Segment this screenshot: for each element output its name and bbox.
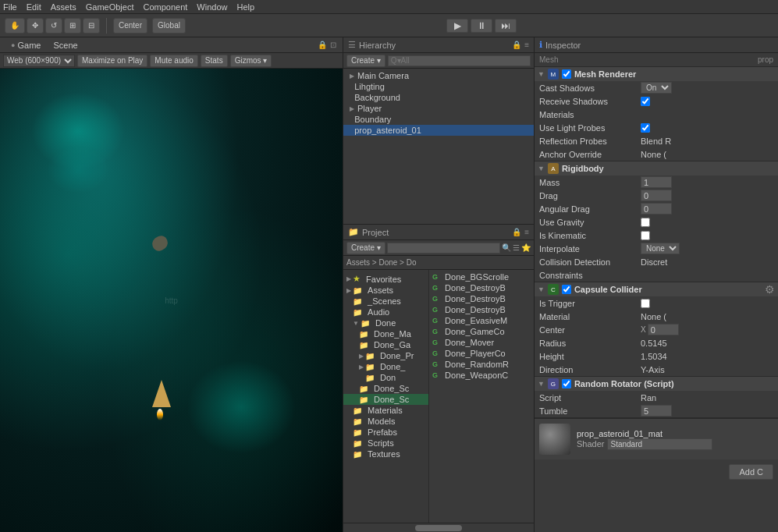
file-item-1[interactable]: G Done_DestroyB (429, 282, 534, 293)
menu-file[interactable]: File (3, 2, 17, 12)
shader-input[interactable] (607, 438, 712, 450)
resolution-select[interactable]: Web (600×900) (3, 55, 75, 67)
material-row: Material None ( (535, 310, 778, 323)
step-button[interactable]: ⏭ (495, 19, 517, 33)
tree-item-don[interactable]: 📁 Don (343, 372, 428, 383)
tree-item-done[interactable]: ▼📁 Done (343, 317, 428, 328)
tree-item-assets[interactable]: ▶📁 Assets (343, 285, 428, 296)
tree-item-done-pr[interactable]: ▶📁 Done_Pr (343, 350, 428, 361)
is-trigger-checkbox[interactable] (641, 299, 650, 308)
tab-scene[interactable]: Scene (48, 37, 82, 53)
hand-tool-button[interactable]: ✋ (5, 18, 25, 34)
hier-item-prop-asteroid[interactable]: prop_asteroid_01 (343, 125, 534, 136)
tree-item-favorites[interactable]: ▶★ Favorites (343, 273, 428, 285)
random-rotator-header[interactable]: ▼ G Random Rotator (Script) (535, 377, 778, 391)
center-x-input[interactable] (648, 324, 679, 335)
inspector-subheader: Mesh prop (535, 53, 778, 67)
project-title: Project (362, 228, 389, 237)
hierarchy-create-button[interactable]: Create ▾ (346, 55, 385, 67)
file-item-7[interactable]: G Done_PlayerCo (429, 348, 534, 359)
tree-item-done-ma[interactable]: 📁 Done_Ma (343, 328, 428, 339)
receive-shadows-checkbox[interactable] (641, 97, 650, 106)
is-trigger-label: Is Trigger (539, 299, 641, 308)
project-search-input[interactable] (387, 243, 500, 254)
is-kinematic-checkbox[interactable] (641, 231, 650, 240)
angular-drag-label: Angular Drag (539, 204, 641, 214)
direction-row: Direction Y-Axis (535, 363, 778, 376)
edit-collider-icon[interactable]: ⚙ (765, 283, 775, 296)
use-gravity-checkbox[interactable] (641, 218, 650, 227)
mesh-renderer-enabled[interactable] (562, 69, 571, 79)
tree-item-done-sc1[interactable]: 📁 Done_Sc (343, 383, 428, 394)
tree-item-scenes[interactable]: 📁 _Scenes (343, 296, 428, 307)
file-item-6[interactable]: G Done_Mover (429, 337, 534, 348)
file-item-4[interactable]: G Done_EvasiveM (429, 315, 534, 326)
file-item-8[interactable]: G Done_RandomR (429, 359, 534, 370)
move-tool-button[interactable]: ✥ (27, 18, 44, 34)
file-item-3[interactable]: G Done_DestroyB (429, 304, 534, 315)
mesh-renderer-header[interactable]: ▼ M Mesh Renderer (535, 67, 778, 81)
tree-item-materials[interactable]: 📁 Materials (343, 405, 428, 416)
capsule-collider-header[interactable]: ▼ C Capsule Collider ⚙ (535, 282, 778, 296)
angular-drag-input[interactable] (641, 203, 672, 215)
tree-item-models[interactable]: 📁 Models (343, 416, 428, 427)
hier-item-boundary[interactable]: Boundary (343, 114, 534, 125)
hier-item-main-camera[interactable]: ▶Main Camera (343, 70, 534, 81)
tree-item-scripts[interactable]: 📁 Scripts (343, 438, 428, 449)
center-label: Center (539, 325, 641, 335)
file-item-5[interactable]: G Done_GameCo (429, 326, 534, 337)
project-filter-icon: ☰ (513, 243, 520, 252)
menu-window[interactable]: Window (197, 2, 227, 12)
mesh-renderer-arrow: ▼ (538, 70, 545, 78)
tumble-input[interactable] (641, 405, 672, 417)
file-item-9[interactable]: G Done_WeaponC (429, 370, 534, 381)
hier-item-lighting[interactable]: Lihgting (343, 81, 534, 92)
project-scrollbar[interactable] (343, 523, 534, 532)
interpolate-select[interactable]: None (641, 243, 680, 254)
file-item-0[interactable]: G Done_BGScrolle (429, 271, 534, 282)
global-button[interactable]: Global (152, 18, 186, 34)
tab-game[interactable]: ● Game (6, 37, 45, 53)
stats-button[interactable]: Stats (201, 55, 228, 67)
project-search-bar: Create ▾ 🔍 ☰ ⭐ (343, 240, 534, 256)
pause-button[interactable]: ⏸ (471, 19, 492, 33)
mute-button[interactable]: Mute audio (150, 55, 197, 67)
hierarchy-search-input[interactable] (388, 55, 531, 66)
project-create-button[interactable]: Create ▾ (346, 242, 385, 254)
random-rotator-enabled[interactable] (562, 379, 571, 388)
hier-item-background[interactable]: Background (343, 92, 534, 103)
play-button[interactable]: ▶ (446, 19, 468, 33)
tree-item-done-sc2[interactable]: 📁 Done_Sc (343, 394, 428, 405)
scroll-thumb[interactable] (415, 525, 462, 531)
rigidbody-header[interactable]: ▼ A Rigidbody (535, 161, 778, 176)
menu-assets[interactable]: Assets (51, 2, 76, 12)
anchor-override-value: None ( (641, 150, 773, 159)
menu-gameobject[interactable]: GameObject (86, 2, 134, 12)
tree-item-textures[interactable]: 📁 Textures (343, 449, 428, 459)
scale-tool-button[interactable]: ⊞ (64, 18, 81, 34)
interpolate-label: Interpolate (539, 244, 641, 254)
hier-item-player[interactable]: ▶Player (343, 103, 534, 114)
use-light-probes-checkbox[interactable] (641, 123, 650, 133)
tree-item-done-ga[interactable]: 📁 Done_Ga (343, 339, 428, 350)
tree-item-audio[interactable]: 📁 Audio (343, 307, 428, 317)
mass-input[interactable] (641, 176, 672, 188)
tree-item-done-sub[interactable]: ▶📁 Done_ (343, 361, 428, 372)
center-button[interactable]: Center (113, 18, 147, 34)
gizmos-button[interactable]: Gizmos ▾ (230, 55, 272, 67)
menu-edit[interactable]: Edit (27, 2, 41, 12)
radius-value: 0.5145 (641, 339, 773, 348)
menu-help[interactable]: Help (236, 2, 254, 12)
cast-shadows-select[interactable]: On (641, 82, 672, 94)
tree-item-prefabs[interactable]: 📁 Prefabs (343, 427, 428, 438)
menu-component[interactable]: Component (143, 2, 187, 12)
rotate-tool-button[interactable]: ↺ (45, 18, 62, 34)
add-component-button[interactable]: Add C (729, 464, 773, 480)
maximize-play-button[interactable]: Maximize on Play (77, 55, 147, 67)
rect-tool-button[interactable]: ⊟ (83, 18, 100, 34)
height-row: Height 1.5034 (535, 349, 778, 363)
file-list: G Done_BGScrolle G Done_DestroyB G Done_… (429, 270, 534, 523)
capsule-collider-enabled[interactable] (562, 285, 571, 294)
file-item-2[interactable]: G Done_DestroyB (429, 293, 534, 304)
drag-input[interactable] (641, 190, 672, 201)
